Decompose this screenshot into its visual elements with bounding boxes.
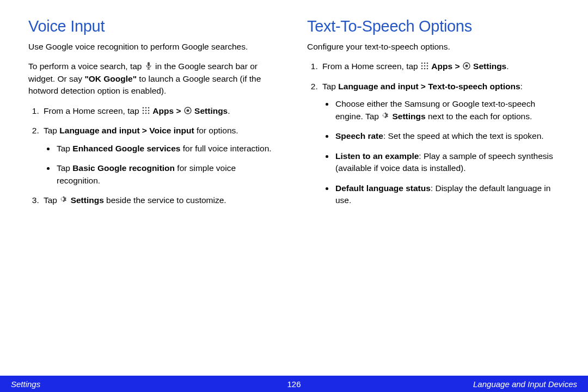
text: next to the each for options. [426,112,532,121]
text: Tap [57,163,72,173]
default-lang-status-label: Default language status [335,183,431,193]
settings-target-icon [462,62,471,70]
gear-icon [381,112,390,120]
svg-point-5 [148,107,150,109]
voice-step-2: Tap Language and input > Voice input for… [41,125,281,187]
voice-intro: Use Google voice recognition to perform … [28,41,281,53]
settings-label: Settings [71,195,104,205]
listen-example-label: Listen to an example [335,151,419,161]
apps-grid-icon [420,62,429,70]
footer-page-number: 126 [287,379,301,389]
svg-point-14 [421,63,423,64]
page-footer: Settings 126 Language and Input Devices [0,376,588,392]
path-label: Language and input > Voice input [59,126,194,135]
svg-point-7 [145,110,147,112]
svg-rect-0 [148,62,150,66]
apps-label: Apps [431,62,452,71]
voice-step-3: Tap Settings beside the service to custo… [41,194,281,206]
tts-step-2: Tap Language and input > Text-to-speech … [320,81,560,207]
text: for full voice interaction. [180,144,271,153]
voice-input-heading: Voice Input [28,17,281,35]
left-column: Voice Input Use Google voice recognition… [28,17,281,215]
speech-rate-label: Speech rate [335,131,383,140]
text: To perform a voice search, tap [28,62,144,71]
text: > [174,106,183,115]
text: From a Home screen, tap [322,62,420,71]
text: Tap [44,195,59,205]
svg-point-16 [427,63,428,64]
tts-sub-4: Default language status: Display the def… [334,182,560,207]
svg-point-10 [145,113,147,114]
voice-para2: To perform a voice search, tap in the Go… [28,60,281,97]
voice-step-1: From a Home screen, tap Apps > Settings. [41,105,281,117]
text: . [506,62,509,71]
text: Tap [44,126,59,135]
text: From a Home screen, tap [44,106,142,115]
svg-point-22 [427,68,428,70]
svg-point-11 [148,113,150,114]
enhanced-services-label: Enhanced Google services [72,144,180,153]
svg-point-6 [143,110,144,112]
text: > [452,62,462,71]
svg-point-21 [424,68,426,70]
text: Tap [322,82,338,91]
tts-sub-2: Speech rate: Set the speed at which the … [334,130,560,142]
tts-steps: From a Home screen, tap Apps > Settings.… [307,60,560,206]
svg-point-9 [143,113,144,114]
settings-target-icon [183,106,192,115]
settings-label: Settings [393,112,426,121]
path-label: Language and input > Text-to-speech opti… [338,82,520,91]
tts-heading: Text-To-Speech Options [307,17,560,35]
text: Tap [57,144,72,153]
svg-point-4 [145,107,147,109]
settings-label: Settings [194,106,228,115]
apps-grid-icon [142,106,150,115]
voice-steps: From a Home screen, tap Apps > Settings.… [28,105,281,207]
footer-right: Language and Input Devices [473,379,577,389]
right-column: Text-To-Speech Options Configure your te… [307,17,560,215]
svg-point-3 [143,107,144,109]
voice-sub-2: Tap Basic Google recognition for simple … [56,162,281,187]
manual-page: Voice Input Use Google voice recognition… [0,0,588,392]
two-column-layout: Voice Input Use Google voice recognition… [28,17,560,215]
svg-point-20 [421,68,423,70]
svg-point-8 [148,110,150,112]
text: beside the service to customize. [104,195,226,205]
voice-suboptions: Tap Enhanced Google services for full vo… [44,143,281,187]
voice-sub-1: Tap Enhanced Google services for full vo… [56,143,281,155]
apps-label: Apps [152,106,174,115]
svg-point-19 [427,65,428,67]
text: : Set the speed at which the text is spo… [383,131,544,140]
text: : [520,82,523,91]
tts-suboptions: Choose either the Samsung or Google text… [322,98,560,206]
basic-recognition-label: Basic Google recognition [72,163,175,173]
text: for options. [194,126,238,135]
tts-sub-3: Listen to an example: Play a sample of s… [334,150,560,175]
tts-intro: Configure your text-to-speech options. [307,41,560,53]
ok-google-label: "OK Google" [84,74,137,83]
settings-label: Settings [473,62,506,71]
microphone-icon [144,62,153,70]
svg-point-15 [424,63,426,64]
tts-step-1: From a Home screen, tap Apps > Settings. [320,60,560,72]
footer-left: Settings [11,379,40,389]
tts-sub-1: Choose either the Samsung or Google text… [334,98,560,122]
svg-point-24 [465,65,468,68]
svg-point-13 [186,109,189,112]
text: . [228,106,230,115]
svg-point-18 [424,65,426,67]
svg-point-17 [421,65,423,67]
gear-icon [59,195,68,204]
